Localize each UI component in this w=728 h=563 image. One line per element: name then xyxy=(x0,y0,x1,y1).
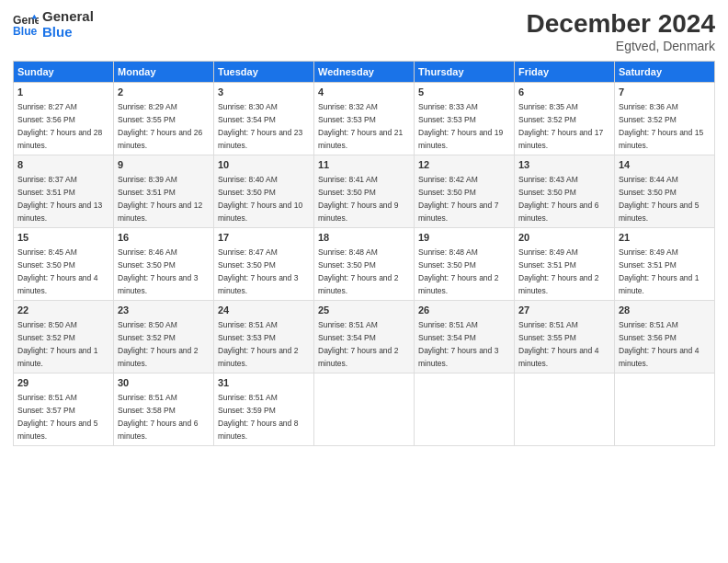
cell-content: Sunrise: 8:48 AMSunset: 3:50 PMDaylight:… xyxy=(418,247,498,295)
cell-content: Sunrise: 8:36 AMSunset: 3:52 PMDaylight:… xyxy=(619,102,703,150)
cell-content: Sunrise: 8:39 AMSunset: 3:51 PMDaylight:… xyxy=(118,175,202,223)
table-row: 7 Sunrise: 8:36 AMSunset: 3:52 PMDayligh… xyxy=(615,83,715,155)
day-number: 25 xyxy=(318,304,410,317)
day-number: 15 xyxy=(17,231,109,245)
table-row xyxy=(515,373,615,445)
cell-content: Sunrise: 8:37 AMSunset: 3:51 PMDaylight:… xyxy=(17,175,102,223)
cell-content: Sunrise: 8:50 AMSunset: 3:52 PMDaylight:… xyxy=(118,320,198,368)
day-number: 3 xyxy=(218,86,310,99)
cell-content: Sunrise: 8:41 AMSunset: 3:50 PMDaylight:… xyxy=(318,175,398,223)
table-row: 21 Sunrise: 8:49 AMSunset: 3:51 PMDaylig… xyxy=(615,227,715,300)
table-row: 19 Sunrise: 8:48 AMSunset: 3:50 PMDaylig… xyxy=(415,227,515,300)
table-row: 18 Sunrise: 8:48 AMSunset: 3:50 PMDaylig… xyxy=(314,227,415,300)
table-row: 13 Sunrise: 8:43 AMSunset: 3:50 PMDaylig… xyxy=(515,155,615,227)
table-row: 10 Sunrise: 8:40 AMSunset: 3:50 PMDaylig… xyxy=(214,155,314,227)
header-row: Sunday Monday Tuesday Wednesday Thursday… xyxy=(14,62,715,83)
table-row: 23 Sunrise: 8:50 AMSunset: 3:52 PMDaylig… xyxy=(114,300,214,373)
table-row: 1 Sunrise: 8:27 AMSunset: 3:56 PMDayligh… xyxy=(14,83,114,155)
day-number: 29 xyxy=(17,376,109,390)
table-row: 2 Sunrise: 8:29 AMSunset: 3:55 PMDayligh… xyxy=(114,83,214,155)
table-row: 24 Sunrise: 8:51 AMSunset: 3:53 PMDaylig… xyxy=(214,300,314,373)
day-number: 10 xyxy=(218,158,310,172)
table-row: 3 Sunrise: 8:30 AMSunset: 3:54 PMDayligh… xyxy=(214,83,314,155)
day-number: 12 xyxy=(418,158,510,172)
calendar-week-1: 8 Sunrise: 8:37 AMSunset: 3:51 PMDayligh… xyxy=(14,155,715,227)
cell-content: Sunrise: 8:30 AMSunset: 3:54 PMDaylight:… xyxy=(218,102,302,150)
cell-content: Sunrise: 8:51 AMSunset: 3:59 PMDaylight:… xyxy=(218,393,298,441)
cell-content: Sunrise: 8:49 AMSunset: 3:51 PMDaylight:… xyxy=(518,247,598,295)
table-row: 17 Sunrise: 8:47 AMSunset: 3:50 PMDaylig… xyxy=(214,227,314,300)
cell-content: Sunrise: 8:35 AMSunset: 3:52 PMDaylight:… xyxy=(518,102,603,150)
day-number: 17 xyxy=(218,231,310,245)
day-number: 11 xyxy=(318,158,410,172)
cell-content: Sunrise: 8:44 AMSunset: 3:50 PMDaylight:… xyxy=(619,175,699,223)
table-row: 28 Sunrise: 8:51 AMSunset: 3:56 PMDaylig… xyxy=(615,300,715,373)
col-thursday: Thursday xyxy=(415,62,515,83)
table-row: 25 Sunrise: 8:51 AMSunset: 3:54 PMDaylig… xyxy=(314,300,415,373)
day-number: 18 xyxy=(318,231,410,245)
calendar-table: Sunday Monday Tuesday Wednesday Thursday… xyxy=(13,61,715,446)
day-number: 22 xyxy=(17,304,109,317)
cell-content: Sunrise: 8:48 AMSunset: 3:50 PMDaylight:… xyxy=(318,247,398,295)
table-row xyxy=(314,373,415,445)
col-wednesday: Wednesday xyxy=(314,62,415,83)
day-number: 2 xyxy=(118,86,210,99)
day-number: 31 xyxy=(218,376,310,390)
day-number: 9 xyxy=(118,158,210,172)
cell-content: Sunrise: 8:51 AMSunset: 3:58 PMDaylight:… xyxy=(118,393,198,441)
col-saturday: Saturday xyxy=(615,62,715,83)
table-row: 6 Sunrise: 8:35 AMSunset: 3:52 PMDayligh… xyxy=(515,83,615,155)
day-number: 16 xyxy=(118,231,210,245)
table-row: 22 Sunrise: 8:50 AMSunset: 3:52 PMDaylig… xyxy=(14,300,114,373)
cell-content: Sunrise: 8:49 AMSunset: 3:51 PMDaylight:… xyxy=(619,247,699,295)
svg-text:Blue: Blue xyxy=(13,25,38,38)
table-row: 4 Sunrise: 8:32 AMSunset: 3:53 PMDayligh… xyxy=(314,83,415,155)
table-row: 12 Sunrise: 8:42 AMSunset: 3:50 PMDaylig… xyxy=(415,155,515,227)
calendar-week-4: 29 Sunrise: 8:51 AMSunset: 3:57 PMDaylig… xyxy=(14,373,715,445)
day-number: 5 xyxy=(418,86,510,99)
table-row: 8 Sunrise: 8:37 AMSunset: 3:51 PMDayligh… xyxy=(14,155,114,227)
day-number: 21 xyxy=(619,231,711,245)
calendar-week-2: 15 Sunrise: 8:45 AMSunset: 3:50 PMDaylig… xyxy=(14,227,715,300)
day-number: 20 xyxy=(518,231,610,245)
cell-content: Sunrise: 8:33 AMSunset: 3:53 PMDaylight:… xyxy=(418,102,503,150)
calendar-week-0: 1 Sunrise: 8:27 AMSunset: 3:56 PMDayligh… xyxy=(14,83,715,155)
cell-content: Sunrise: 8:42 AMSunset: 3:50 PMDaylight:… xyxy=(418,175,498,223)
day-number: 6 xyxy=(518,86,610,99)
logo: General Blue General Blue xyxy=(13,9,94,40)
cell-content: Sunrise: 8:51 AMSunset: 3:53 PMDaylight:… xyxy=(218,320,298,368)
location: Egtved, Denmark xyxy=(527,39,715,53)
col-tuesday: Tuesday xyxy=(214,62,314,83)
table-row: 31 Sunrise: 8:51 AMSunset: 3:59 PMDaylig… xyxy=(214,373,314,445)
title-section: December 2024 Egtved, Denmark xyxy=(527,9,715,53)
cell-content: Sunrise: 8:51 AMSunset: 3:55 PMDaylight:… xyxy=(518,320,598,368)
cell-content: Sunrise: 8:50 AMSunset: 3:52 PMDaylight:… xyxy=(17,320,97,368)
day-number: 1 xyxy=(17,86,109,99)
day-number: 28 xyxy=(619,304,711,317)
logo-line1: General xyxy=(42,9,94,25)
day-number: 26 xyxy=(418,304,510,317)
table-row: 5 Sunrise: 8:33 AMSunset: 3:53 PMDayligh… xyxy=(415,83,515,155)
col-friday: Friday xyxy=(515,62,615,83)
table-row: 26 Sunrise: 8:51 AMSunset: 3:54 PMDaylig… xyxy=(415,300,515,373)
day-number: 4 xyxy=(318,86,410,99)
day-number: 14 xyxy=(619,158,711,172)
table-row: 29 Sunrise: 8:51 AMSunset: 3:57 PMDaylig… xyxy=(14,373,114,445)
cell-content: Sunrise: 8:40 AMSunset: 3:50 PMDaylight:… xyxy=(218,175,302,223)
header: General Blue General Blue December 2024 … xyxy=(13,9,715,53)
day-number: 8 xyxy=(17,158,109,172)
table-row: 27 Sunrise: 8:51 AMSunset: 3:55 PMDaylig… xyxy=(515,300,615,373)
cell-content: Sunrise: 8:27 AMSunset: 3:56 PMDaylight:… xyxy=(17,102,102,150)
logo-line2: Blue xyxy=(42,25,94,40)
month-title: December 2024 xyxy=(527,9,715,39)
table-row: 20 Sunrise: 8:49 AMSunset: 3:51 PMDaylig… xyxy=(515,227,615,300)
cell-content: Sunrise: 8:32 AMSunset: 3:53 PMDaylight:… xyxy=(318,102,403,150)
cell-content: Sunrise: 8:47 AMSunset: 3:50 PMDaylight:… xyxy=(218,247,298,295)
cell-content: Sunrise: 8:29 AMSunset: 3:55 PMDaylight:… xyxy=(118,102,202,150)
table-row: 9 Sunrise: 8:39 AMSunset: 3:51 PMDayligh… xyxy=(114,155,214,227)
calendar-week-3: 22 Sunrise: 8:50 AMSunset: 3:52 PMDaylig… xyxy=(14,300,715,373)
cell-content: Sunrise: 8:51 AMSunset: 3:54 PMDaylight:… xyxy=(418,320,498,368)
table-row: 30 Sunrise: 8:51 AMSunset: 3:58 PMDaylig… xyxy=(114,373,214,445)
page: General Blue General Blue December 2024 … xyxy=(0,0,728,563)
cell-content: Sunrise: 8:51 AMSunset: 3:54 PMDaylight:… xyxy=(318,320,398,368)
